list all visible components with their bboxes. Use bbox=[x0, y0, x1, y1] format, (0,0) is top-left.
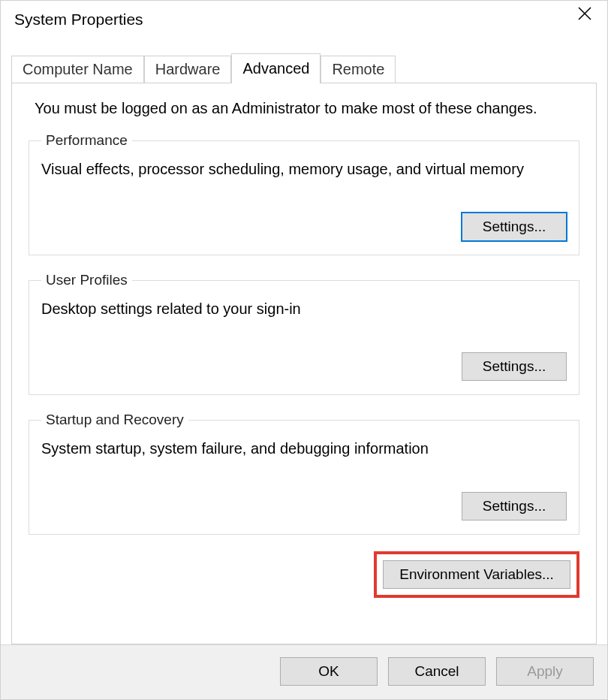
user-profiles-settings-button[interactable]: Settings... bbox=[462, 352, 567, 381]
tab-remote[interactable]: Remote bbox=[321, 56, 396, 83]
startup-recovery-desc: System startup, system failure, and debu… bbox=[41, 440, 567, 457]
startup-recovery-settings-button[interactable]: Settings... bbox=[462, 492, 567, 520]
close-icon bbox=[577, 6, 592, 21]
performance-settings-button[interactable]: Settings... bbox=[462, 213, 567, 241]
tab-strip: Computer Name Hardware Advanced Remote bbox=[1, 53, 607, 83]
user-profiles-legend: User Profiles bbox=[41, 272, 132, 288]
startup-recovery-button-row: Settings... bbox=[41, 492, 567, 520]
window-title: System Properties bbox=[14, 11, 143, 29]
apply-button[interactable]: Apply bbox=[496, 657, 594, 686]
advanced-panel: You must be logged on as an Administrato… bbox=[11, 83, 597, 644]
startup-recovery-legend: Startup and Recovery bbox=[41, 412, 188, 428]
performance-legend: Performance bbox=[41, 132, 132, 149]
user-profiles-desc: Desktop settings related to your sign-in bbox=[41, 300, 567, 318]
user-profiles-group: User Profiles Desktop settings related t… bbox=[29, 272, 579, 395]
cancel-button[interactable]: Cancel bbox=[388, 657, 486, 686]
performance-group: Performance Visual effects, processor sc… bbox=[29, 132, 579, 255]
environment-variables-button[interactable]: Environment Variables... bbox=[383, 560, 570, 589]
performance-button-row: Settings... bbox=[41, 213, 567, 241]
ok-button[interactable]: OK bbox=[280, 657, 378, 686]
tab-advanced[interactable]: Advanced bbox=[231, 53, 321, 83]
titlebar: System Properties bbox=[1, 1, 607, 38]
environment-variables-row: Environment Variables... bbox=[29, 551, 579, 598]
tab-computer-name[interactable]: Computer Name bbox=[11, 56, 144, 83]
performance-desc: Visual effects, processor scheduling, me… bbox=[41, 161, 567, 178]
user-profiles-button-row: Settings... bbox=[41, 352, 567, 381]
startup-recovery-group: Startup and Recovery System startup, sys… bbox=[29, 412, 579, 535]
admin-notice: You must be logged on as an Administrato… bbox=[35, 100, 579, 117]
close-button[interactable] bbox=[562, 5, 607, 35]
dialog-button-bar: OK Cancel Apply bbox=[1, 644, 607, 699]
tab-hardware[interactable]: Hardware bbox=[144, 56, 232, 83]
system-properties-window: System Properties Computer Name Hardware… bbox=[0, 0, 608, 700]
environment-variables-highlight: Environment Variables... bbox=[374, 551, 579, 598]
